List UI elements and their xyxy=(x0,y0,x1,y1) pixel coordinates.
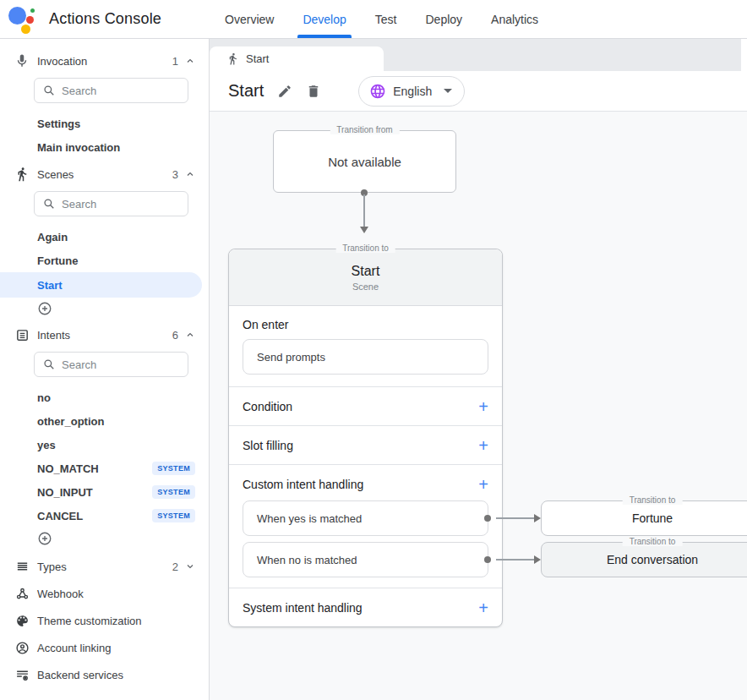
sidebar-item-settings[interactable]: Settings xyxy=(0,112,209,135)
section-count: 3 xyxy=(172,168,178,181)
section-count: 1 xyxy=(172,55,178,68)
nav-test[interactable]: Test xyxy=(375,0,397,38)
invocation-search[interactable] xyxy=(34,78,188,103)
sidebar-item-again[interactable]: Again xyxy=(0,225,209,249)
condition-row: Condition + xyxy=(229,386,502,425)
assistant-logo xyxy=(0,0,39,39)
scene-canvas: Transition from Not available Transition… xyxy=(210,112,747,700)
sidebar-item-start[interactable]: Start xyxy=(0,272,202,298)
dropdown-caret-icon xyxy=(444,89,452,93)
sidebar-section-invocation[interactable]: Invocation 1 xyxy=(0,49,209,73)
sidebar-item-fortune[interactable]: Fortune xyxy=(0,249,209,272)
tab-start[interactable]: Start xyxy=(210,46,384,71)
palette-icon xyxy=(14,612,30,629)
handler-when-yes[interactable]: When yes is matched xyxy=(243,500,488,536)
section-count: 6 xyxy=(172,329,178,342)
sidebar-item-webhook[interactable]: Webhook xyxy=(0,580,209,607)
pencil-icon xyxy=(277,84,292,99)
sidebar-item-backend-services[interactable]: Backend services xyxy=(0,661,209,688)
send-prompts-button[interactable]: Send prompts xyxy=(243,339,488,375)
backend-services-icon xyxy=(14,666,30,683)
webhook-icon xyxy=(14,585,30,602)
system-badge: SYSTEM xyxy=(152,485,195,499)
item-label: Backend services xyxy=(37,669,123,681)
scenes-search[interactable] xyxy=(34,191,188,216)
sidebar-item-main-invocation[interactable]: Main invocation xyxy=(0,135,209,159)
transition-target-fortune[interactable]: Transition to Fortune xyxy=(541,500,747,536)
add-slot-button[interactable]: + xyxy=(478,437,488,454)
sidebar: Invocation 1 Settings Main invocation Sc… xyxy=(0,39,210,700)
add-scene-button[interactable] xyxy=(0,298,209,320)
tab-label: Start xyxy=(246,52,269,65)
sidebar-item-theme-customization[interactable]: Theme customization xyxy=(0,607,209,634)
nav-deploy[interactable]: Deploy xyxy=(426,0,463,38)
microphone-icon xyxy=(14,52,30,69)
sidebar-section-intents[interactable]: Intents 6 xyxy=(0,323,209,347)
scene-title: Start xyxy=(228,81,264,101)
handler-label: When yes is matched xyxy=(257,512,362,525)
add-system-intent-button[interactable]: + xyxy=(478,599,488,616)
chevron-down-icon xyxy=(185,561,195,571)
types-lines-icon xyxy=(14,558,30,575)
custom-intent-label: Custom intent handling xyxy=(243,478,363,491)
slot-filling-row: Slot filling + xyxy=(229,425,502,464)
sidebar-item-no-match[interactable]: NO_MATCH SYSTEM xyxy=(0,457,209,480)
scenes-search-input[interactable] xyxy=(62,198,179,211)
add-custom-intent-button[interactable]: + xyxy=(478,476,488,493)
transition-from-value: Not available xyxy=(328,155,401,169)
section-label: Scenes xyxy=(37,168,74,181)
flow-connector-down xyxy=(359,189,369,240)
chevron-up-icon xyxy=(185,330,195,340)
app-title: Actions Console xyxy=(49,10,161,28)
tab-strip: Start xyxy=(210,39,747,71)
nav-overview[interactable]: Overview xyxy=(225,0,274,38)
add-condition-button[interactable]: + xyxy=(478,398,488,415)
top-nav: Overview Develop Test Deploy Analytics xyxy=(225,0,538,38)
item-label: Theme customization xyxy=(37,615,142,627)
custom-intent-section: Custom intent handling + When yes is mat… xyxy=(229,464,502,588)
search-icon xyxy=(43,198,55,210)
system-badge: SYSTEM xyxy=(152,509,195,522)
sidebar-item-cancel[interactable]: CANCEL SYSTEM xyxy=(0,504,209,528)
invocation-search-input[interactable] xyxy=(62,85,179,97)
transition-from-box: Transition from Not available xyxy=(273,130,456,193)
scene-card-title: Start xyxy=(352,264,380,279)
add-circle-icon xyxy=(37,531,52,546)
condition-label: Condition xyxy=(243,400,292,413)
scene-run-icon xyxy=(14,166,30,183)
transition-to-legend: Transition to xyxy=(335,243,395,253)
slot-filling-label: Slot filling xyxy=(243,439,293,452)
nav-analytics[interactable]: Analytics xyxy=(491,0,538,38)
sidebar-item-no-input[interactable]: NO_INPUT SYSTEM xyxy=(0,480,209,504)
edit-scene-button[interactable] xyxy=(270,77,299,106)
intents-search[interactable] xyxy=(34,352,188,377)
sidebar-section-scenes[interactable]: Scenes 3 xyxy=(0,162,209,186)
section-label: Intents xyxy=(37,329,70,342)
intent-label: CANCEL xyxy=(37,510,83,522)
trash-icon xyxy=(306,84,321,99)
app-header: Actions Console Overview Develop Test De… xyxy=(0,0,747,39)
intent-label: NO_INPUT xyxy=(37,486,93,499)
add-intent-button[interactable] xyxy=(0,528,209,550)
sidebar-item-other-option[interactable]: other_option xyxy=(0,409,209,433)
sidebar-item-no[interactable]: no xyxy=(0,386,209,409)
transition-target-end-conversation[interactable]: Transition to End conversation xyxy=(541,542,747,577)
intents-search-input[interactable] xyxy=(62,358,179,371)
scene-run-icon xyxy=(226,52,239,65)
tabstrip-gap xyxy=(741,39,747,71)
on-enter-section: On enter Send prompts xyxy=(229,306,502,386)
item-label: Webhook xyxy=(37,588,84,600)
delete-scene-button[interactable] xyxy=(299,77,328,106)
language-value: English xyxy=(393,85,432,98)
scene-toolbar: Start English xyxy=(210,71,747,112)
sidebar-item-yes[interactable]: yes xyxy=(0,433,209,457)
handler-when-no[interactable]: When no is matched xyxy=(243,542,488,577)
sidebar-section-types[interactable]: Types 2 xyxy=(0,553,209,580)
search-icon xyxy=(43,85,55,96)
intents-list-icon xyxy=(14,326,30,343)
globe-icon xyxy=(369,83,386,100)
language-selector[interactable]: English xyxy=(358,76,465,107)
sidebar-item-account-linking[interactable]: Account linking xyxy=(0,634,209,661)
flow-arrow-no xyxy=(496,555,541,564)
nav-develop[interactable]: Develop xyxy=(303,0,346,38)
